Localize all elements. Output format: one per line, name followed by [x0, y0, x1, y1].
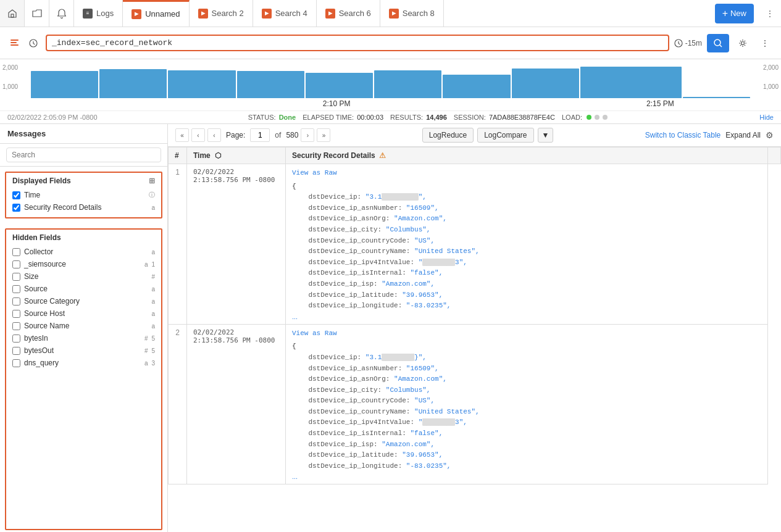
- logs-tab-icon: ≡: [83, 9, 93, 19]
- bytesin-checkbox[interactable]: [12, 335, 20, 343]
- time-range-display[interactable]: -15m: [674, 39, 702, 48]
- dns-query-checkbox[interactable]: [12, 359, 20, 367]
- field-search-input[interactable]: [6, 148, 161, 162]
- security-field-checkbox[interactable]: [12, 204, 20, 212]
- security-field-label: Security Record Details: [24, 203, 146, 212]
- page-last-button[interactable]: »: [317, 128, 330, 142]
- logcompare-arrow[interactable]: ▼: [538, 128, 554, 143]
- chart-time-left: 02/02/2022 2:05:09 PM -0800: [7, 114, 98, 121]
- search-query-input[interactable]: _index=sec_record_network: [46, 35, 669, 51]
- hidden-field-siemsource: _siemsource a 1: [12, 258, 155, 270]
- run-search-button[interactable]: [707, 34, 729, 52]
- time-field-checkbox[interactable]: [12, 191, 20, 199]
- logcomparebtn[interactable]: LogCompare: [477, 128, 533, 143]
- time-field-label: Time: [24, 191, 145, 199]
- page-prev2-button[interactable]: ‹: [191, 128, 205, 142]
- history-icon[interactable]: [26, 36, 41, 51]
- chart-bar-1: [31, 71, 98, 98]
- source-name-type: a: [151, 323, 155, 330]
- table-settings-icon[interactable]: ⚙: [766, 130, 774, 140]
- time-sort-icon[interactable]: ⬡: [215, 151, 221, 160]
- hidden-fields-section: Hidden Fields Collector a _siemsource a …: [5, 228, 162, 530]
- chart-bar-9: [580, 67, 682, 98]
- chart-y-top-left: 2,000: [2, 64, 18, 71]
- load-dot-green: [587, 115, 591, 120]
- siemsource-type: a: [144, 261, 148, 268]
- search-type-icon[interactable]: [7, 36, 22, 51]
- elapsed-label: ELAPSED TIME:: [303, 114, 354, 121]
- source-name-checkbox[interactable]: [12, 322, 20, 330]
- x-label-2: 2:15 PM: [646, 99, 674, 108]
- load-label: LOAD:: [562, 114, 582, 121]
- more-dots-1[interactable]: ...: [292, 313, 761, 320]
- chart-y-bottom-left: 1,000: [2, 83, 18, 90]
- tab-logs[interactable]: ≡ Logs: [74, 0, 123, 27]
- collector-checkbox[interactable]: [12, 248, 20, 256]
- siemsource-label: _siemsource: [24, 260, 141, 268]
- view-raw-1[interactable]: View as Raw: [292, 168, 337, 179]
- chart-bar-4: [237, 71, 304, 98]
- time-range-label: -15m: [685, 39, 702, 48]
- row-details-1: View as Raw { dstDevice_ip: "3.1████████…: [286, 164, 768, 325]
- main-content: Messages Displayed Fields ⊞ Time ⓘ Secur…: [0, 124, 781, 532]
- nav-more-button[interactable]: ⋮: [759, 0, 781, 27]
- expand-all-button[interactable]: Expand All: [725, 131, 761, 139]
- session-value: 7ADA88E38878FE4C: [489, 114, 555, 121]
- table-row: 1 02/02/20222:13:58.756 PM -0800 View as…: [169, 164, 781, 325]
- switch-to-classic-button[interactable]: Switch to Classic Table: [645, 131, 721, 139]
- tab-search2[interactable]: ▶ Search 2: [190, 0, 253, 27]
- more-options-icon[interactable]: ⋮: [756, 35, 774, 52]
- size-checkbox[interactable]: [12, 273, 20, 281]
- svg-line-7: [720, 44, 722, 47]
- hidden-field-bytesin: bytesIn # 5: [12, 332, 155, 344]
- view-raw-2[interactable]: View as Raw: [292, 328, 337, 339]
- home-icon[interactable]: [0, 0, 25, 27]
- collector-label: Collector: [24, 247, 148, 256]
- action-buttons: LogReduce LogCompare ▼: [422, 128, 554, 143]
- right-actions: Switch to Classic Table Expand All ⚙: [645, 130, 774, 140]
- chart-y-bottom-right: 1,000: [763, 83, 779, 90]
- row-details-2: View as Raw { dstDevice_ip: "3.1████████…: [286, 324, 768, 484]
- chart-bar-6: [374, 70, 441, 98]
- col-header-details: Security Record Details ⚠: [286, 148, 768, 164]
- folder-icon[interactable]: [25, 0, 49, 27]
- source-label: Source: [24, 285, 148, 293]
- tab-search6[interactable]: ▶ Search 6: [317, 0, 380, 27]
- table-header-bar: « ‹ ‹ Page: of 580 › » LogReduce LogComp…: [168, 124, 781, 147]
- siemsource-checkbox[interactable]: [12, 260, 20, 268]
- dns-query-count: 3: [151, 360, 155, 367]
- displayed-fields-icon: ⊞: [149, 177, 155, 185]
- tab-search4[interactable]: ▶ Search 4: [253, 0, 317, 27]
- tab-unnamed[interactable]: ▶ Unnamed: [123, 0, 189, 27]
- page-next-button[interactable]: ›: [301, 128, 314, 142]
- page-prev-button[interactable]: ‹: [207, 128, 221, 142]
- source-host-checkbox[interactable]: [12, 310, 20, 318]
- bytesout-label: bytesOut: [24, 346, 141, 355]
- source-category-checkbox[interactable]: [12, 297, 20, 305]
- source-category-type: a: [151, 298, 155, 305]
- bytesout-checkbox[interactable]: [12, 347, 20, 355]
- size-label: Size: [24, 272, 148, 281]
- bytesin-label: bytesIn: [24, 334, 141, 343]
- source-checkbox[interactable]: [12, 285, 20, 293]
- col-header-scroll: [768, 148, 781, 164]
- source-host-label: Source Host: [24, 309, 148, 318]
- displayed-field-time: Time ⓘ: [12, 189, 155, 201]
- tab-unnamed-label: Unnamed: [145, 9, 180, 19]
- page-number-input[interactable]: [250, 128, 270, 142]
- page-first-button[interactable]: «: [175, 128, 189, 142]
- security-field-type: a: [151, 204, 155, 211]
- table-row: 2 02/02/20222:13:58.756 PM -0800 View as…: [169, 324, 781, 484]
- bell-icon[interactable]: [49, 0, 74, 27]
- hide-chart-button[interactable]: Hide: [759, 114, 774, 121]
- bytesin-type: #: [144, 335, 148, 342]
- logreducebtn[interactable]: LogReduce: [422, 128, 474, 143]
- more-dots-2[interactable]: ...: [292, 473, 761, 480]
- settings-icon[interactable]: [734, 35, 751, 52]
- tab-search8[interactable]: ▶ Search 8: [380, 0, 444, 27]
- chart-status-center: STATUS: Done ELAPSED TIME: 00:00:03 RESU…: [248, 114, 609, 121]
- source-category-label: Source Category: [24, 297, 148, 305]
- chart-y-left: 2,000 1,000: [2, 64, 18, 90]
- new-tab-button[interactable]: + New: [715, 4, 754, 23]
- row-num-2: 2: [169, 324, 187, 484]
